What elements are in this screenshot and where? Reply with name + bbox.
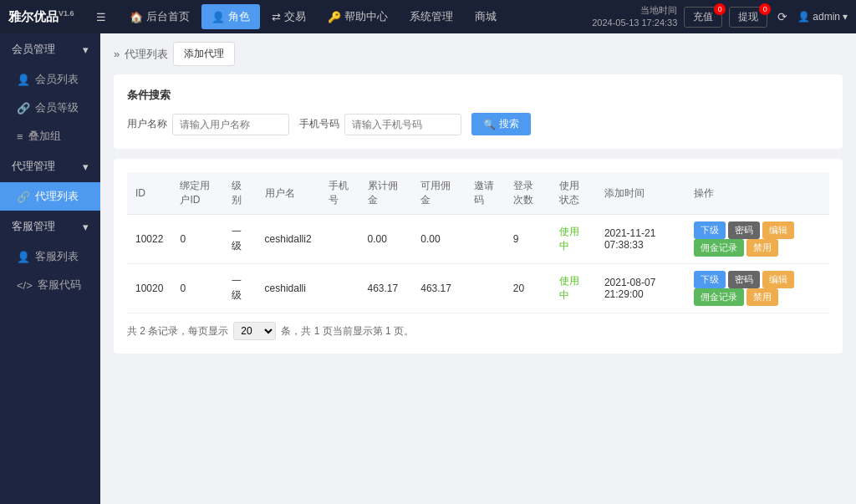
phone-search-field: 手机号码 (299, 114, 461, 135)
username-input[interactable] (172, 114, 289, 135)
edit-button[interactable]: 编辑 (762, 221, 794, 239)
sidebar-item-agent-list[interactable]: 🔗 代理列表 (0, 182, 100, 211)
col-phone: 手机号 (320, 172, 359, 215)
sidebar-item-service-list[interactable]: 👤 客服列表 (0, 242, 100, 271)
admin-info: 👤 admin ▾ (797, 11, 848, 23)
col-total-commission: 累计佣金 (359, 172, 413, 215)
recharge-badge: 0 (714, 3, 726, 15)
fund-record-button[interactable]: 佣金记录 (694, 239, 744, 257)
main-layout: 会员管理 ▾ 👤 会员列表 🔗 会员等级 ≡ 叠加组 代理管理 ▾ 🔗 代理列表… (0, 33, 856, 504)
search-card: 条件搜索 用户名称 手机号码 🔍 搜索 (114, 74, 843, 149)
top-right-area: 当地时间 2024-05-13 17:24:33 充值 0 提现 0 ⟳ 👤 a… (592, 4, 848, 30)
nav-role[interactable]: 👤 角色 (201, 4, 260, 29)
breadcrumb: » 代理列表 添加代理 (114, 42, 843, 66)
time-value: 2024-05-13 17:24:33 (592, 17, 677, 29)
table-card: ID 绑定用户ID 级别 用户名 手机号 累计佣金 可用佣金 邀请码 登录次数 … (114, 159, 843, 354)
password-button[interactable]: 密码 (728, 271, 760, 288)
pagination-info: 共 2 条记录，每页显示 20 10 50 100 条，共 1 页当前显示第 1… (127, 322, 829, 340)
app-logo: 雅尔优品V1.6 (8, 9, 74, 25)
sidebar-item-stack-group[interactable]: ≡ 叠加组 (0, 122, 100, 150)
col-invite-code: 邀请码 (466, 172, 505, 215)
nav-help[interactable]: 🔑 帮助中心 (318, 4, 398, 29)
withdraw-button[interactable]: 提现 0 (729, 7, 767, 28)
search-title: 条件搜索 (127, 88, 829, 103)
refresh-button[interactable]: ⟳ (774, 7, 791, 27)
disable-button[interactable]: 禁用 (746, 288, 778, 306)
app-title: 雅尔优品 (8, 9, 59, 23)
nav-trade[interactable]: ⇄ 交易 (262, 4, 316, 29)
sidebar-item-member-level[interactable]: 🔗 会员等级 (0, 94, 100, 122)
sidebar-group-member[interactable]: 会员管理 ▾ (0, 33, 100, 65)
search-button[interactable]: 🔍 搜索 (471, 113, 531, 135)
breadcrumb-current: 代理列表 (125, 47, 168, 62)
col-actions: 操作 (685, 172, 829, 215)
nav-system[interactable]: 系统管理 (400, 4, 463, 29)
sidebar-item-member-list[interactable]: 👤 会员列表 (0, 65, 100, 94)
main-content: » 代理列表 添加代理 条件搜索 用户名称 手机号码 🔍 搜索 (100, 33, 856, 504)
nav-menu: 🏠 后台首页 👤 角色 ⇄ 交易 🔑 帮助中心 系统管理 商城 (120, 4, 589, 29)
col-status: 使用状态 (551, 172, 596, 215)
recharge-button[interactable]: 充值 0 (684, 7, 722, 28)
downgrade-button[interactable]: 下级 (694, 271, 726, 288)
pagination-suffix: 条，共 1 页当前显示第 1 页。 (281, 324, 414, 339)
col-login-count: 登录次数 (505, 172, 551, 215)
sidebar: 会员管理 ▾ 👤 会员列表 🔗 会员等级 ≡ 叠加组 代理管理 ▾ 🔗 代理列表… (0, 33, 100, 504)
username-label: 用户名称 (127, 117, 167, 131)
nav-shop[interactable]: 商城 (465, 4, 507, 29)
top-navigation: 雅尔优品V1.6 ☰ 🏠 后台首页 👤 角色 ⇄ 交易 🔑 帮助中心 系统管理 … (0, 0, 856, 33)
col-available-commission: 可用佣金 (412, 172, 466, 215)
search-row: 用户名称 手机号码 🔍 搜索 (127, 113, 829, 135)
status-badge: 使用中 (559, 275, 579, 301)
time-display: 当地时间 2024-05-13 17:24:33 (592, 4, 677, 30)
agent-table: ID 绑定用户ID 级别 用户名 手机号 累计佣金 可用佣金 邀请码 登录次数 … (127, 172, 829, 313)
menu-icon[interactable]: ☰ (86, 6, 116, 28)
password-button[interactable]: 密码 (728, 221, 760, 239)
app-version: V1.6 (59, 9, 74, 18)
withdraw-badge: 0 (759, 3, 771, 15)
status-badge: 使用中 (559, 226, 579, 252)
phone-label: 手机号码 (299, 117, 339, 131)
fund-record-button[interactable]: 佣金记录 (694, 288, 744, 306)
disable-button[interactable]: 禁用 (746, 239, 778, 257)
col-username: 用户名 (257, 172, 320, 215)
downgrade-button[interactable]: 下级 (694, 221, 726, 239)
col-bind-uid: 绑定用户ID (171, 172, 223, 215)
add-agent-button[interactable]: 添加代理 (173, 42, 235, 66)
time-label: 当地时间 (592, 4, 677, 17)
table-row: 100220一级ceshidalli20.000.009使用中2021-11-2… (127, 215, 829, 264)
pagination-total: 共 2 条记录，每页显示 (127, 324, 228, 339)
edit-button[interactable]: 编辑 (762, 271, 794, 288)
table-row: 100200一级ceshidalli463.17463.1720使用中2021-… (127, 264, 829, 313)
per-page-select[interactable]: 20 10 50 100 (233, 322, 276, 340)
phone-input[interactable] (344, 114, 461, 135)
sidebar-group-agent[interactable]: 代理管理 ▾ (0, 150, 100, 182)
nav-home[interactable]: 🏠 后台首页 (120, 4, 200, 29)
username-search-field: 用户名称 (127, 114, 289, 135)
col-add-time: 添加时间 (596, 172, 685, 215)
sidebar-group-service[interactable]: 客服管理 ▾ (0, 211, 100, 242)
col-level: 级别 (223, 172, 256, 215)
sidebar-item-service-code[interactable]: </> 客服代码 (0, 271, 100, 299)
col-id: ID (127, 172, 171, 215)
